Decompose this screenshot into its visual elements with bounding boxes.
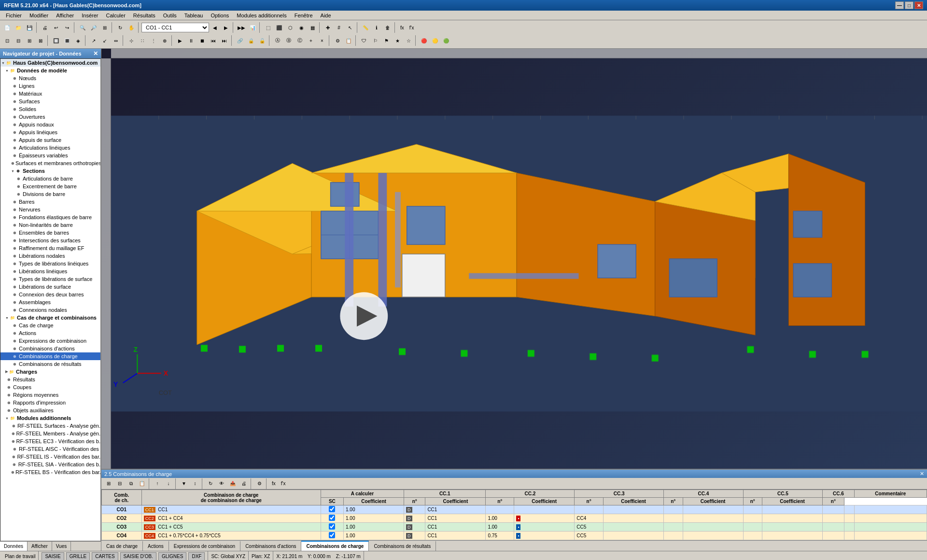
tb-results[interactable]: 📊: [247, 22, 258, 33]
tb2-33[interactable]: ★: [392, 35, 403, 46]
tree-item-solides[interactable]: ⊕ Solides: [0, 105, 100, 113]
tb-zoom-out[interactable]: 🔎: [88, 22, 99, 33]
tree-item-art-barre[interactable]: ⊕ Articulations de barre: [0, 175, 100, 182]
tb2-25[interactable]: Ⓒ: [295, 35, 305, 46]
check-co2[interactable]: [329, 515, 335, 521]
tree-item-intersec[interactable]: ⊕ Intersections des surfaces: [0, 237, 100, 244]
status-btn-dxf[interactable]: DXF: [188, 552, 205, 560]
tb-btn-d[interactable]: ◉: [296, 22, 307, 33]
status-btn-cartes[interactable]: CARTES: [92, 552, 118, 560]
tree-item-objets[interactable]: ⊕ Objets auxiliaires: [0, 406, 100, 414]
tb-snap[interactable]: ✚: [323, 22, 333, 33]
cell-checkbox[interactable]: [321, 514, 343, 523]
lbt-afficher[interactable]: Afficher: [28, 542, 52, 551]
tab-cas-charge[interactable]: Cas de charge: [101, 541, 143, 551]
menu-fichier[interactable]: Fichier: [2, 12, 26, 19]
menu-modules[interactable]: Modules additionnels: [233, 12, 290, 19]
tb-grid[interactable]: #: [334, 22, 344, 33]
check-co1[interactable]: [329, 506, 335, 512]
tree-item-rf-ec3[interactable]: ⊕ RF-STEEL EC3 - Vérification des b.: [0, 437, 100, 445]
tree-item-noeuds[interactable]: ⊕ Nœuds: [0, 74, 100, 82]
tb-btn-b[interactable]: ⬛: [274, 22, 284, 33]
bt-up[interactable]: ↑: [152, 478, 163, 489]
combo-load-case[interactable]: CO1 - CC1: [141, 23, 209, 32]
check-co3[interactable]: [329, 523, 335, 530]
tb2-35[interactable]: 🔴: [419, 35, 429, 46]
tb-info[interactable]: ℹ: [371, 22, 382, 33]
tree-item-surfaces-mem[interactable]: ⊕ Surfaces et membranes orthotropies: [0, 159, 100, 167]
tree-item-appuis-nodaux[interactable]: ⊕ Appuis nodaux: [0, 121, 100, 128]
bt-view[interactable]: 👁: [216, 478, 227, 489]
bt-filter[interactable]: ▼: [179, 478, 189, 489]
tree-item-comb-resultats[interactable]: ⊕ Combinaisons de résultats: [0, 360, 100, 368]
tb-new[interactable]: 📄: [2, 22, 13, 33]
tree-item-rf-aisc[interactable]: ⊕ RF-STEEL AISC - Vérification des: [0, 445, 100, 453]
tb2-23[interactable]: Ⓐ: [272, 35, 283, 46]
tree-item-rf-surf[interactable]: ⊕ RF-STEEL Surfaces - Analyse gén.: [0, 422, 100, 430]
tb2-21[interactable]: 🔒: [246, 35, 256, 46]
tree-item-charges[interactable]: ▶ 📁 Charges: [0, 368, 100, 376]
tree-item-regions[interactable]: ⊕ Régions moyennes: [0, 391, 100, 399]
tb-next[interactable]: ▶: [221, 22, 231, 33]
tb2-6[interactable]: 🔳: [62, 35, 72, 46]
viewport-3d[interactable]: X Z Y COT: [101, 49, 927, 469]
tb-btn-a[interactable]: ⬚: [263, 22, 273, 33]
tb2-8[interactable]: ↗: [88, 35, 99, 46]
bt-fx2[interactable]: fx: [269, 478, 278, 489]
check-co4[interactable]: [329, 532, 335, 538]
tb-rotate[interactable]: ↻: [115, 22, 126, 33]
bt-copy[interactable]: ⧉: [126, 478, 136, 489]
bt-new-row[interactable]: ⊞: [103, 478, 114, 489]
bottom-panel-close[interactable]: ✕: [920, 471, 924, 477]
tree-item-sections[interactable]: ▼ ⊕ Sections: [0, 167, 100, 175]
tb-save[interactable]: 💾: [24, 22, 35, 33]
tb2-20[interactable]: 🔗: [235, 35, 245, 46]
tab-comb-charge[interactable]: Combinaisons de charge: [301, 541, 369, 551]
tb2-26[interactable]: +: [306, 35, 316, 46]
tb2-31[interactable]: ⚐: [370, 35, 380, 46]
menu-resultats[interactable]: Résultats: [129, 12, 159, 19]
minimize-btn[interactable]: —: [895, 1, 904, 9]
bt-fx3[interactable]: f'x: [279, 478, 288, 489]
tree-item-articulations[interactable]: ⊕ Articulations linéiques: [0, 144, 100, 152]
tb-print[interactable]: 🖨: [40, 22, 50, 33]
tree-item-types-lib-surf[interactable]: ⊕ Types de libérations de surface: [0, 275, 100, 283]
tree-item-actions[interactable]: ⊕ Actions: [0, 329, 100, 337]
tree-item-nervures[interactable]: ⊕ Nervures: [0, 206, 100, 213]
tb2-14[interactable]: ⊕: [159, 35, 170, 46]
tb-fx[interactable]: fx: [398, 22, 407, 33]
bt-sort[interactable]: ↕: [190, 478, 200, 489]
lbt-donnees[interactable]: Données: [0, 542, 28, 551]
tb-open[interactable]: 📁: [13, 22, 24, 33]
menu-tableau[interactable]: Tableau: [181, 12, 207, 19]
tree-item-coupes[interactable]: ⊕ Coupes: [0, 383, 100, 391]
tb2-30[interactable]: 🛡: [359, 35, 369, 46]
status-btn-glignes[interactable]: GLIGNES: [158, 552, 186, 560]
tb2-3[interactable]: ⊞: [24, 35, 35, 46]
tree-item-resultats[interactable]: ⊕ Résultats: [0, 376, 100, 383]
menu-outils[interactable]: Outils: [159, 12, 181, 19]
tree-item-modele[interactable]: ▼ 📁 Données de modèle: [0, 67, 100, 74]
tb2-15[interactable]: ▶: [175, 35, 185, 46]
menu-fenetre[interactable]: Fenêtre: [291, 12, 317, 19]
bt-del-row[interactable]: ⊟: [114, 478, 125, 489]
tree-item-lib-nod[interactable]: ⊕ Libérations nodales: [0, 252, 100, 260]
tb2-10[interactable]: ⇔: [111, 35, 121, 46]
tb-btn-e[interactable]: ▦: [307, 22, 318, 33]
tb2-5[interactable]: 🔲: [51, 35, 61, 46]
status-btn-saisie[interactable]: SAISIE: [42, 552, 64, 560]
tab-comb-actions[interactable]: Combinaisons d'actions: [240, 541, 301, 551]
tree-item-conn-deux-barres[interactable]: ⊕ Connexion des deux barres: [0, 291, 100, 298]
tb-formula[interactable]: f'x: [407, 22, 417, 33]
tb-prev[interactable]: ◀: [210, 22, 220, 33]
tb2-19[interactable]: ⏭: [219, 35, 230, 46]
table-row[interactable]: CO4 CC4 CC1 + 0.75*CC4 + 0.75*CC5 1.00 D…: [102, 532, 927, 540]
tree-item-cas[interactable]: ⊕ Cas de charge: [0, 322, 100, 329]
tb-measure[interactable]: 📏: [360, 22, 371, 33]
cell-checkbox[interactable]: [321, 532, 343, 540]
tab-actions[interactable]: Actions: [143, 541, 169, 551]
tree-item-surfaces[interactable]: ⊕ Surfaces: [0, 98, 100, 105]
tree-item-div-barre[interactable]: ⊕ Divisions de barre: [0, 190, 100, 198]
menu-inserer[interactable]: Insérer: [78, 12, 102, 19]
tab-expr-comb[interactable]: Expressions de combinaison: [169, 541, 240, 551]
